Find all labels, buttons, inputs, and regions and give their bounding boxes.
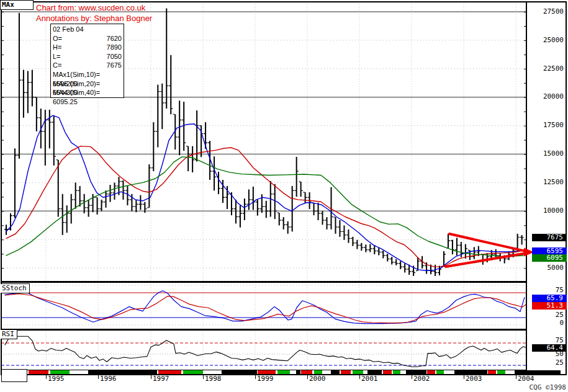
study-label-max[interactable]: MAx (0, 0, 34, 10)
price-axis-label: 15000 (526, 150, 564, 158)
close-label: C= (53, 61, 61, 70)
high-value: 7890 (107, 43, 122, 52)
price-axis-label: 12500 (526, 179, 564, 186)
ma1-readout: MAx1(Sim,10)= 6595.00 (53, 70, 122, 79)
ma3-readout: MAx3(Sim,40)= 6095.25 (53, 88, 122, 97)
price-axis-label: 25000 (526, 37, 564, 44)
ma2-readout: MAx2(Sim,20)= 6544.00 (53, 79, 122, 89)
open-label: O= (53, 34, 62, 43)
empty-corner-box (1, 369, 27, 382)
price-axis-label: 20000 (526, 93, 564, 100)
price-axis-label: 5000 (526, 264, 564, 272)
author-annotation-text: Annotations by: Stephan Bogner (36, 14, 152, 23)
open-value: 7620 (107, 34, 122, 43)
cqg-chart-window: MAx Chart from: www.sucden.co.uk Annotat… (0, 0, 568, 392)
year-axis-label: 1995 (48, 375, 65, 383)
low-value: 7050 (107, 52, 122, 61)
rsi-axis-label: 25 (526, 359, 564, 367)
stoch-badge: 51.3 (532, 302, 567, 310)
year-axis-label: 1997 (153, 375, 169, 383)
quote-info-box[interactable]: 02 Feb 04 O=7620 H=7890 L=7050 C=7675 MA… (50, 24, 124, 98)
study-label-sstoch[interactable]: SStoch (1, 283, 30, 293)
stoch-axis-label: 75 (526, 287, 564, 294)
year-axis-label: 2003 (466, 375, 482, 383)
cqg-copyright: CQG ©1998 (529, 383, 566, 391)
info-date: 02 Feb 04 (53, 25, 122, 34)
price-axis-label: 10000 (526, 207, 564, 215)
price-badge: 7675 (532, 234, 567, 241)
stoch-axis-label: 25 (526, 311, 564, 319)
rsi-badge: 64.4 (532, 344, 567, 352)
price-axis-label: 17500 (526, 122, 564, 129)
low-label: L= (53, 52, 61, 61)
year-axis-label: 2002 (413, 375, 430, 383)
source-annotation-text: Chart from: www.sucden.co.uk (36, 3, 145, 12)
year-axis-label: 2004 (518, 375, 534, 383)
high-label: H= (53, 43, 61, 52)
year-axis-label: 2000 (309, 375, 326, 383)
year-axis-label: 1996 (100, 375, 117, 383)
study-label-rsi[interactable]: RSI (1, 329, 17, 339)
price-axis-label: 22500 (526, 65, 564, 73)
close-value: 7675 (107, 61, 122, 70)
price-axis-label: 27500 (526, 8, 564, 16)
stoch-axis-label: 0 (526, 319, 564, 327)
year-axis-label: 2001 (361, 375, 378, 383)
year-axis-label: 1998 (205, 375, 222, 383)
year-axis-label: 1999 (257, 375, 274, 383)
price-badge: 6095 (532, 254, 567, 262)
